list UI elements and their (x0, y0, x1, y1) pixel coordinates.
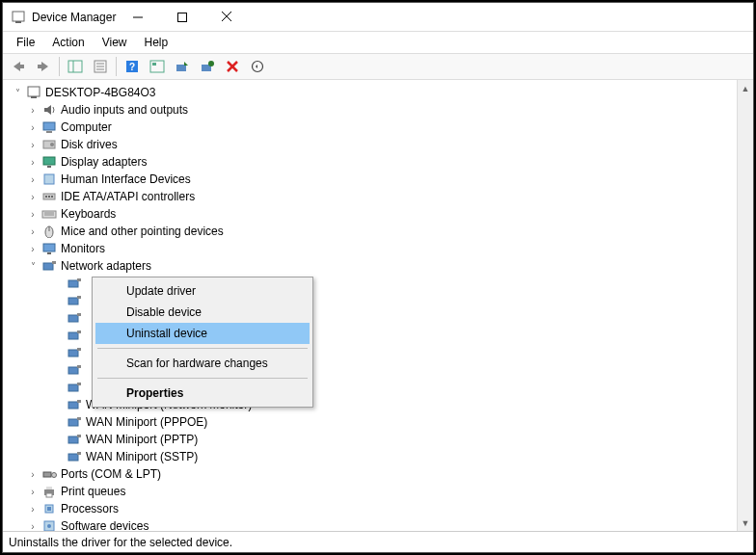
chevron-right-icon[interactable]: › (26, 157, 40, 168)
tree-category[interactable]: ˅Network adapters (3, 257, 753, 275)
svg-rect-42 (43, 244, 55, 251)
category-label: Print queues (61, 485, 125, 498)
chevron-right-icon[interactable]: › (26, 226, 40, 237)
tree-category[interactable]: ›Software devices (3, 517, 753, 531)
forward-button[interactable] (32, 55, 55, 78)
device-label: WAN Miniport (SSTP) (86, 450, 198, 463)
context-menu-separator (97, 348, 308, 349)
app-icon (11, 10, 26, 25)
svg-point-69 (52, 473, 57, 478)
properties-button[interactable] (89, 55, 112, 78)
toolbar-separator (116, 57, 117, 76)
maximize-button[interactable] (160, 3, 204, 32)
menu-action[interactable]: Action (44, 34, 92, 51)
tree-category[interactable]: ›Ports (COM & LPT) (3, 465, 753, 483)
context-menu-item[interactable]: Properties (95, 383, 310, 404)
scroll-down-arrow[interactable]: ▼ (738, 515, 753, 531)
vertical-scrollbar[interactable]: ▲ ▼ (737, 80, 753, 531)
tree-category[interactable]: ›Display adapters (3, 153, 753, 171)
tree-category[interactable]: ›Keyboards (3, 205, 753, 223)
svg-rect-50 (68, 315, 78, 322)
update-driver-button[interactable] (171, 55, 194, 78)
svg-rect-58 (68, 384, 78, 391)
disable-button[interactable] (246, 55, 269, 78)
category-label: Computer (61, 120, 112, 134)
network-icon (41, 258, 57, 274)
context-menu-item[interactable]: Scan for hardware changes (95, 353, 310, 374)
tree-root[interactable]: ˅DESKTOP-4BG84O3 (3, 84, 753, 101)
uninstall-button[interactable] (221, 55, 244, 78)
context-menu-item[interactable]: Uninstall device (95, 323, 310, 344)
keyboard-icon (41, 206, 57, 222)
hid-icon (41, 172, 57, 187)
svg-rect-61 (77, 400, 81, 403)
help-button[interactable]: ? (121, 55, 144, 78)
tree-category[interactable]: ›Audio inputs and outputs (3, 101, 753, 119)
svg-rect-62 (68, 419, 78, 426)
menu-view[interactable]: View (94, 34, 135, 51)
svg-rect-6 (20, 65, 24, 68)
tree-category[interactable]: ›Mice and other pointing devices (3, 223, 753, 240)
context-menu-label: Properties (126, 386, 183, 400)
tree-device[interactable]: WAN Miniport (SSTP) (3, 448, 753, 465)
chevron-right-icon[interactable]: › (26, 504, 40, 515)
category-label: Software devices (61, 519, 148, 531)
context-menu-separator (97, 378, 308, 379)
svg-rect-60 (68, 402, 78, 409)
tree-category[interactable]: ›Processors (3, 500, 753, 517)
context-menu-item[interactable]: Update driver (95, 280, 310, 302)
tree-category[interactable]: ›Computer (3, 119, 753, 136)
tree-category[interactable]: ›IDE ATA/ATAPI controllers (3, 188, 753, 205)
back-button[interactable] (7, 55, 30, 78)
svg-rect-25 (31, 96, 37, 98)
tree-category[interactable]: ›Print queues (3, 483, 753, 500)
toolbar-icon[interactable] (146, 55, 169, 78)
svg-rect-43 (47, 252, 51, 254)
device-tree[interactable]: ˅DESKTOP-4BG84O3›Audio inputs and output… (3, 80, 753, 531)
chevron-right-icon[interactable]: › (26, 140, 40, 150)
svg-rect-8 (68, 61, 82, 72)
minimize-button[interactable] (116, 3, 160, 32)
svg-rect-47 (77, 278, 81, 281)
chevron-right-icon[interactable]: › (26, 105, 40, 116)
scan-hardware-button[interactable] (196, 55, 219, 78)
chevron-right-icon[interactable]: › (26, 521, 40, 532)
chevron-right-icon[interactable]: › (26, 174, 40, 185)
chevron-right-icon[interactable]: › (26, 209, 40, 220)
tree-device[interactable]: WAN Miniport (PPPOE) (3, 413, 753, 431)
chevron-right-icon[interactable]: › (26, 487, 40, 497)
menu-file[interactable]: File (9, 34, 42, 51)
close-button[interactable] (204, 3, 249, 32)
chevron-right-icon[interactable]: › (26, 469, 40, 480)
svg-rect-68 (43, 472, 51, 477)
svg-rect-16 (150, 61, 164, 72)
show-hide-tree-button[interactable] (64, 55, 87, 78)
tree-category[interactable]: ›Human Interface Devices (3, 171, 753, 188)
svg-rect-67 (77, 452, 81, 455)
category-label: Processors (61, 502, 119, 515)
svg-rect-56 (68, 367, 78, 374)
chevron-down-icon[interactable]: ˅ (26, 261, 40, 272)
network-icon (67, 310, 82, 326)
tree-category[interactable]: ›Monitors (3, 240, 753, 257)
context-menu-label: Disable device (126, 305, 202, 319)
chevron-right-icon[interactable]: › (26, 244, 40, 254)
tree-device[interactable]: WAN Miniport (PPTP) (3, 431, 753, 448)
category-label: Ports (COM & LPT) (61, 467, 161, 481)
category-label: Mice and other pointing devices (61, 225, 224, 238)
svg-rect-52 (68, 332, 78, 339)
svg-rect-46 (68, 280, 78, 287)
svg-rect-24 (28, 87, 40, 96)
context-menu-item[interactable]: Disable device (95, 302, 310, 323)
scroll-up-arrow[interactable]: ▲ (738, 80, 753, 96)
chevron-right-icon[interactable]: › (26, 192, 40, 202)
statusbar: Uninstalls the driver for the selected d… (3, 531, 753, 552)
network-icon (67, 276, 82, 291)
tree-category[interactable]: ›Disk drives (3, 136, 753, 153)
chevron-right-icon[interactable]: › (26, 122, 40, 133)
svg-rect-63 (77, 417, 81, 420)
chevron-down-icon[interactable]: ˅ (11, 88, 24, 98)
menu-help[interactable]: Help (137, 34, 176, 51)
category-label: Monitors (61, 242, 105, 255)
svg-rect-49 (77, 296, 81, 299)
